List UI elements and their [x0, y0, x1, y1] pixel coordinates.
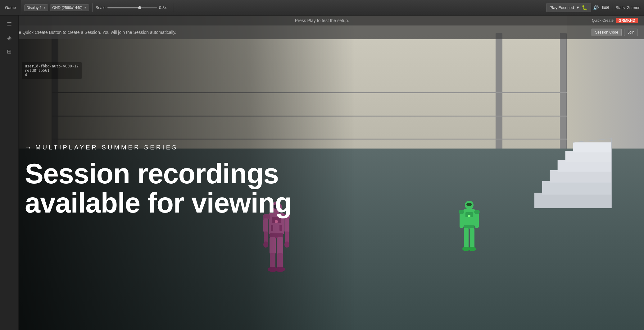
- audio-icon[interactable]: 🔊: [593, 5, 599, 11]
- session-code-label: Session Code: [595, 30, 618, 34]
- series-label-group: → MULTIPLAYER SUMMER SERIES: [25, 144, 619, 152]
- sidebar-icon-2[interactable]: ◈: [3, 32, 16, 44]
- unity-toolbar: Display 1 ▼ QHD (2560x1440) ▼ Scale 0.8x…: [0, 0, 644, 16]
- game-tab-text: Game: [5, 5, 16, 10]
- separator-3: [612, 3, 612, 12]
- debug-line-2: reld8flb561: [25, 68, 79, 73]
- separator-2: [173, 3, 173, 12]
- separator-1: [92, 3, 93, 12]
- display-arrow-icon: ▼: [43, 6, 46, 9]
- join-label: Join: [628, 30, 634, 34]
- resolution-label: QHD (2560x1440): [52, 6, 82, 10]
- keyboard-icon[interactable]: ⌨: [602, 5, 609, 11]
- press-play-text: Press Play to test the setup.: [295, 18, 349, 23]
- sidebar-icon-3[interactable]: ⊞: [3, 45, 16, 58]
- game-tab-label[interactable]: Game: [0, 0, 21, 16]
- scale-slider[interactable]: [107, 7, 157, 8]
- scale-label: Scale: [96, 5, 106, 10]
- session-code-button[interactable]: Session Code: [592, 29, 622, 36]
- series-label-text: MULTIPLAYER SUMMER SERIES: [35, 144, 178, 151]
- hero-area: → MULTIPLAYER SUMMER SERIES Session reco…: [0, 0, 644, 330]
- heading-line-2: available for viewing: [25, 187, 292, 218]
- quick-create-label: Quick Create: [592, 18, 614, 23]
- toolbar-right-icons: 🔊 ⌨: [593, 5, 609, 11]
- join-button[interactable]: Join: [624, 29, 638, 36]
- play-focused-button[interactable]: Play Focused ▼ 🐛: [546, 3, 592, 12]
- gizmos-label[interactable]: Gizmos: [627, 5, 640, 10]
- session-info-text: Use the Quick Create Button to create a …: [6, 30, 176, 35]
- left-sidebar: ☰ ◈ ⊞: [0, 16, 19, 330]
- series-arrow-icon: →: [25, 144, 32, 152]
- heading-line-1: Session recordings: [25, 158, 279, 189]
- main-heading: Session recordings available for viewing: [25, 159, 304, 218]
- debug-value: 4: [25, 73, 79, 77]
- session-info-bar: Use the Quick Create Button to create a …: [0, 25, 644, 39]
- play-focused-label: Play Focused: [550, 5, 574, 10]
- debug-overlay: userId-fbbd-auto-v000-17 reld8flb561 4: [22, 62, 82, 79]
- hero-text-overlay: → MULTIPLAYER SUMMER SERIES Session reco…: [0, 31, 644, 330]
- play-focused-arrow-icon: ▼: [576, 5, 580, 10]
- bug-icon: 🐛: [582, 5, 588, 11]
- resolution-dropdown[interactable]: QHD (2560x1440) ▼: [50, 4, 89, 11]
- stats-label[interactable]: Stats: [615, 5, 625, 10]
- resolution-arrow-icon: ▼: [84, 6, 87, 9]
- scale-slider-thumb: [138, 6, 141, 9]
- game-info-bar: Press Play to test the setup. Quick Crea…: [0, 16, 644, 25]
- display-label: Display 1: [26, 6, 42, 10]
- scale-value: 0.8x: [159, 5, 170, 10]
- scale-slider-fill: [107, 7, 140, 8]
- grmkhd-badge: GRMKHD: [616, 18, 638, 23]
- debug-line-1: userId-fbbd-auto-v000-17: [25, 64, 79, 68]
- sidebar-icon-1[interactable]: ☰: [3, 18, 16, 30]
- display-dropdown[interactable]: Display 1 ▼: [24, 4, 48, 11]
